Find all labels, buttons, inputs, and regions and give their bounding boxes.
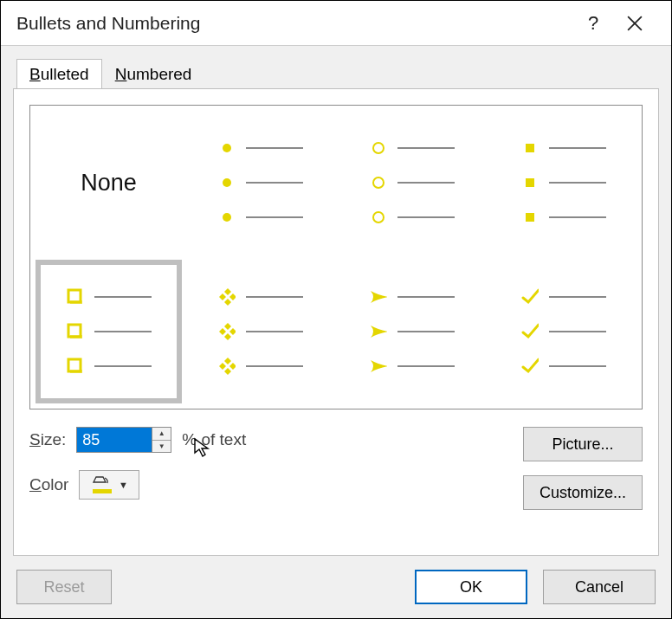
svg-rect-8 (526, 144, 534, 152)
bullet-option-disc[interactable] (187, 111, 333, 255)
disc-icon (218, 139, 236, 157)
svg-marker-17 (224, 288, 231, 295)
picture-button[interactable]: Picture... (523, 427, 643, 461)
bullets-numbering-dialog: Bullets and Numbering ? Bulleted Numbere… (0, 0, 672, 619)
svg-point-5 (373, 143, 384, 153)
paint-bucket-icon (91, 475, 113, 494)
bullet-option-none[interactable]: None (36, 111, 182, 255)
svg-marker-27 (229, 363, 236, 370)
tab-strip: Bulleted Numbered (16, 58, 659, 88)
dialog-body: Bulleted Numbered None (1, 46, 671, 556)
diamond-cluster-icon (218, 323, 236, 340)
bullet-option-checkmark[interactable] (490, 260, 636, 403)
svg-point-3 (223, 178, 231, 187)
circle-icon (370, 139, 387, 157)
svg-point-4 (223, 213, 231, 222)
svg-rect-9 (526, 178, 534, 187)
bullet-gallery: None (29, 105, 643, 409)
svg-rect-13 (68, 325, 81, 337)
size-suffix: % of text (182, 430, 246, 449)
tab-bulleted[interactable]: Bulleted (16, 59, 102, 89)
size-spinner[interactable]: 85 ▲ ▼ (76, 427, 171, 453)
hollow-square-icon (67, 358, 84, 375)
svg-rect-11 (68, 290, 81, 302)
dialog-title: Bullets and Numbering (16, 13, 572, 34)
svg-point-2 (223, 144, 231, 152)
help-button[interactable]: ? (572, 3, 614, 44)
ok-button[interactable]: OK (415, 570, 527, 604)
dialog-footer: Reset OK Cancel (1, 556, 671, 618)
svg-marker-28 (224, 368, 231, 375)
svg-point-6 (373, 177, 384, 188)
close-button[interactable] (614, 3, 656, 44)
disc-icon (218, 209, 236, 226)
svg-rect-16 (70, 370, 82, 373)
arrowhead-icon (370, 358, 387, 375)
arrowhead-icon (370, 288, 387, 306)
svg-marker-19 (229, 293, 236, 300)
svg-rect-14 (70, 335, 82, 339)
svg-marker-24 (224, 333, 231, 340)
checkmark-icon (521, 288, 539, 306)
svg-marker-18 (219, 293, 226, 300)
square-icon (521, 174, 539, 191)
square-icon (521, 209, 539, 226)
svg-marker-20 (224, 299, 231, 306)
bullet-option-circle[interactable] (339, 111, 485, 255)
close-icon (627, 16, 643, 31)
tab-panel: None (13, 88, 659, 556)
titlebar: Bullets and Numbering ? (1, 1, 671, 46)
size-value[interactable]: 85 (77, 428, 152, 452)
color-label: Color (29, 475, 68, 494)
bullet-option-hollow-square[interactable] (36, 260, 182, 403)
hollow-square-icon (67, 288, 84, 306)
reset-button[interactable]: Reset (16, 570, 112, 604)
size-increment[interactable]: ▲ (152, 428, 171, 441)
svg-marker-23 (229, 328, 236, 335)
svg-rect-15 (68, 359, 81, 371)
svg-point-7 (373, 212, 384, 222)
svg-rect-10 (526, 213, 534, 222)
square-icon (521, 139, 539, 157)
bullet-option-arrowhead[interactable] (339, 260, 485, 403)
bullet-option-diamond-cluster[interactable] (187, 260, 333, 403)
color-picker[interactable]: ▼ (79, 470, 139, 500)
customize-button[interactable]: Customize... (523, 475, 643, 510)
cancel-button[interactable]: Cancel (543, 570, 656, 604)
circle-icon (370, 209, 387, 226)
svg-rect-29 (93, 489, 112, 493)
svg-marker-22 (219, 328, 226, 335)
hollow-square-icon (67, 323, 84, 340)
diamond-cluster-icon (218, 358, 236, 375)
size-decrement[interactable]: ▼ (152, 441, 171, 453)
svg-marker-25 (224, 358, 231, 364)
bullet-option-square[interactable] (490, 111, 636, 255)
chevron-down-icon: ▼ (119, 480, 128, 490)
checkmark-icon (521, 358, 539, 375)
diamond-cluster-icon (218, 288, 236, 306)
arrowhead-icon (370, 323, 387, 340)
circle-icon (370, 174, 387, 191)
tab-numbered[interactable]: Numbered (102, 59, 205, 89)
svg-marker-26 (219, 363, 226, 370)
svg-rect-12 (70, 300, 82, 304)
svg-marker-21 (224, 323, 231, 330)
disc-icon (218, 174, 236, 191)
size-label: Size: (29, 430, 66, 449)
checkmark-icon (521, 323, 539, 340)
